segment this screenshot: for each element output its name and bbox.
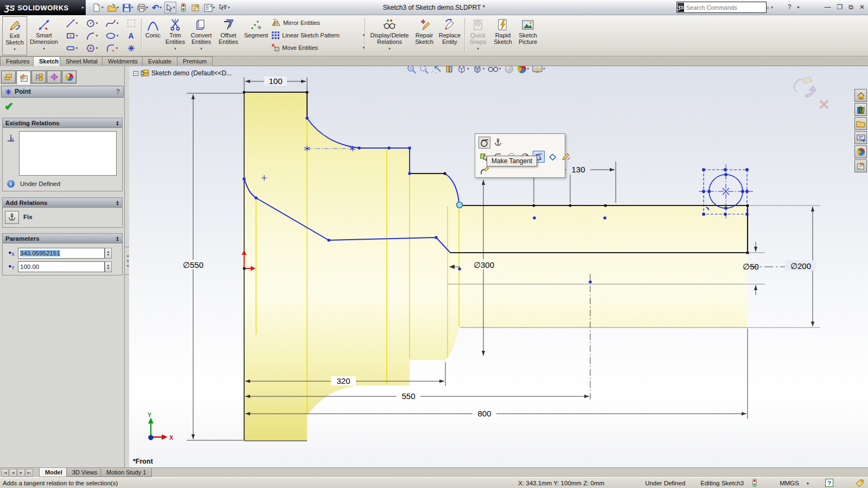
smart-dimension-button[interactable]: Smart Dimension ▾ [28,16,60,55]
selected-sketch-point[interactable] [457,202,463,208]
graphics-area[interactable]: 100 ∅550 130 ∅300 [129,66,868,467]
tab-premium[interactable]: Premium [177,56,213,66]
propertymanager-tab[interactable] [16,70,31,85]
units-dropdown-icon[interactable]: ▴ [807,480,809,485]
custom-properties-tab[interactable] [854,159,867,172]
circle-tool[interactable]: ▾ [82,17,102,29]
confirm-cancel-icon[interactable]: ✕ [818,97,830,113]
spline-tool[interactable]: ▾ [102,17,122,29]
status-lights-icon[interactable] [752,479,757,487]
slot-tool[interactable]: ▾ [62,42,82,54]
model-tab[interactable]: Model [39,468,68,477]
tab-features[interactable]: Features [0,56,35,66]
task-list-button[interactable]: ▾ [203,2,216,14]
save-button[interactable]: ▾ [122,2,135,14]
tab-evaluate[interactable]: Evaluate [142,56,177,66]
arc-tool[interactable]: ▾ [82,29,102,42]
motion-study-tab[interactable]: Motion Study 1 [100,468,152,477]
x-spinner[interactable]: ▲▼ [105,248,112,259]
home-tab[interactable] [854,89,867,102]
3d-views-tab[interactable]: 3D Views [66,468,103,477]
options-button[interactable] [190,2,201,14]
search-commands-box[interactable]: ƷS ⌕ ▾ [676,2,767,13]
doc-pin-left-icon[interactable]: ⊡ [801,66,806,67]
doc-restore-button[interactable]: ❐ [834,66,840,67]
rectangle-tool[interactable]: ▾ [62,29,82,42]
design-library-tab[interactable] [854,117,867,130]
repair-sketch-button[interactable]: Repair Sketch [412,16,436,55]
tab-weldments[interactable]: Weldments [102,56,144,66]
close-button[interactable]: ✕ [859,3,865,11]
text-tool[interactable]: A [122,29,140,42]
doc-minimize-button[interactable]: ― [822,66,829,67]
help-dropdown[interactable]: ▾ [797,5,800,10]
dimxpertmanager-tab[interactable] [47,70,61,84]
existing-relations-header[interactable]: Existing Relations ▲▲ [3,118,122,128]
help-button[interactable]: ? [788,3,792,11]
zoom-fit-button[interactable] [407,66,416,74]
search-icon[interactable]: ⌕ [765,4,771,11]
collapse-chevron-icon[interactable]: ▲▲ [116,236,119,241]
quick-snaps-button[interactable]: Quick Snaps ▾ [467,16,489,55]
print-button[interactable]: ▾ [136,2,150,14]
view-orientation-button[interactable]: ▾ [457,66,469,74]
replace-entity-button[interactable]: Replace Entity [437,16,462,55]
doc-pin-right-icon[interactable]: ⊡ [812,66,817,67]
zoom-area-button[interactable] [419,66,429,74]
logo-expand-arrow[interactable]: ▸ [82,5,84,10]
units-selector[interactable]: MMGS [780,480,799,486]
lights-button[interactable] [178,2,189,14]
restore-button[interactable]: ❐ [837,3,843,11]
offset-entities-button[interactable]: Offset Entities [216,16,241,55]
ellipse-tool[interactable]: ▾ [102,29,122,42]
y-spinner[interactable]: ▲▼ [105,261,112,272]
make-tangent-circle-button[interactable] [478,137,490,149]
y-coordinate-field[interactable]: 100.00 [18,261,105,272]
feature-tree-root[interactable]: + Sketch demo (Default<<D... [133,69,232,77]
x-coordinate-field[interactable]: 343.05952151 [18,248,105,259]
convert-entities-button[interactable]: Convert Entities ▾ [188,16,215,55]
tree-expand-icon[interactable]: + [133,71,138,76]
hide-show-items-button[interactable]: ▾ [488,66,501,73]
sketch-picture-button[interactable]: Sketch Picture [515,16,540,55]
dimension-100[interactable]: 100 [244,76,307,91]
parameters-header[interactable]: Parameters ▲▲ [3,234,122,243]
prev-tab-button[interactable]: ◀ [9,469,17,477]
relations-listbox[interactable] [19,131,117,176]
quick-tips-icon[interactable]: ? [825,479,833,487]
new-document-button[interactable]: ▾ [91,2,105,14]
fix-relation-button[interactable] [5,211,19,224]
section-view-button[interactable] [445,66,454,74]
fix-button[interactable] [492,137,504,149]
appearances-tab[interactable] [854,145,867,158]
select-button[interactable]: ▾ [164,2,176,14]
conic-button[interactable]: Conic [143,16,163,55]
file-explorer-tab[interactable] [854,131,867,144]
previous-view-button[interactable] [432,66,442,73]
cascade-button[interactable]: ⧉ [848,3,853,11]
erase-button[interactable] [546,151,558,163]
first-tab-button[interactable]: |◀ [1,469,9,477]
confirm-exit-sketch-icon[interactable] [794,76,819,99]
next-tab-button[interactable]: ▶ [17,469,25,477]
scene-settings-button[interactable]: ▾ [532,66,545,73]
search-input[interactable] [685,4,765,11]
undo-button[interactable]: ↶▾ [151,2,163,14]
accept-button[interactable]: ✔ [4,100,14,113]
move-entities-button[interactable]: Move Entities ▾ [271,42,365,53]
selection-filter-button[interactable]: ▾ [218,2,231,14]
tag-icon[interactable] [855,479,865,487]
add-relations-header[interactable]: Add Relations ▲▲ [3,198,122,208]
appearances-button[interactable]: ▾ [517,66,529,74]
linear-pattern-button[interactable]: Linear Sketch Pattern ▾ [271,30,365,41]
rapid-sketch-button[interactable]: Rapid Sketch [492,16,514,55]
tab-sheet-metal[interactable]: Sheet Metal [60,56,104,66]
sketch-picture-ghost-tool[interactable] [122,17,140,29]
segment-button[interactable]: Segment [242,16,270,55]
polygon-tool[interactable]: ▾ [82,42,102,54]
exit-sketch-button[interactable]: Exit Sketch ▾ [2,16,27,55]
collapse-chevron-icon[interactable]: ▲▲ [116,201,119,205]
last-tab-button[interactable]: ▶| [25,469,33,477]
display-style-button[interactable]: ▾ [473,66,485,74]
open-button[interactable]: ▾ [106,2,120,14]
